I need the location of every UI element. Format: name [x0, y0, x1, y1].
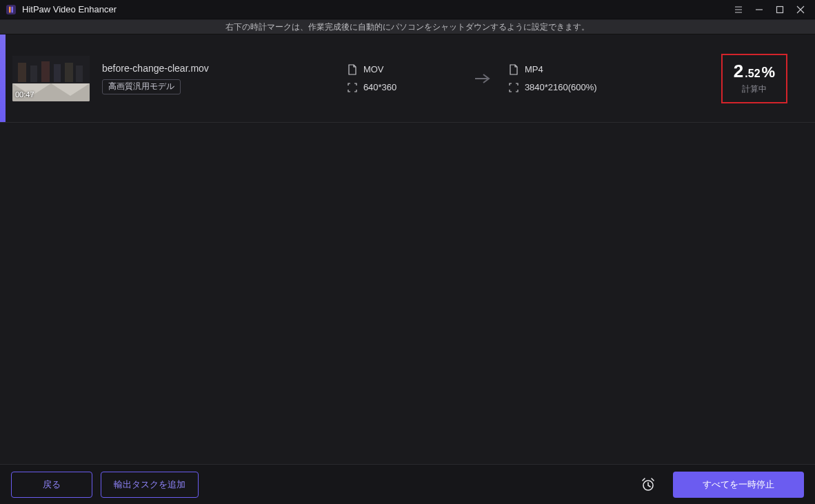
file-icon: [508, 64, 519, 75]
svg-rect-8: [41, 61, 50, 82]
add-export-task-button[interactable]: 輸出タスクを追加: [101, 472, 199, 498]
app-logo: [6, 4, 17, 15]
svg-rect-11: [76, 65, 83, 82]
model-badge: 高画質汎用モデル: [102, 79, 181, 94]
progress-box: 2 .52 % 計算中: [721, 54, 787, 103]
svg-rect-7: [30, 65, 37, 82]
window-controls: [728, 0, 811, 19]
resolution-icon: [508, 82, 519, 93]
task-progress-strip: [0, 34, 6, 122]
source-format-row: MOV: [347, 64, 457, 75]
titlebar: HitPaw Video Enhancer: [0, 0, 815, 19]
info-text: 右下の時計マークは、作業完成後に自動的にパソコンをシャットダウンするように設定で…: [225, 21, 590, 33]
svg-rect-9: [54, 64, 61, 82]
target-spec: MP4 3840*2160(600%): [508, 64, 618, 93]
minimize-icon[interactable]: [749, 0, 769, 19]
thumbnail-duration: 00:47: [15, 90, 34, 99]
maximize-icon[interactable]: [769, 0, 790, 19]
target-resolution-row: 3840*2160(600%): [508, 82, 618, 93]
pause-all-button[interactable]: すべてを一時停止: [673, 472, 804, 498]
arrow-icon: [474, 72, 492, 85]
progress-value: 2 .52 %: [734, 61, 775, 82]
source-resolution: 640*360: [363, 82, 396, 92]
target-resolution: 3840*2160(600%): [525, 82, 597, 92]
target-format-row: MP4: [508, 64, 618, 75]
svg-rect-10: [65, 63, 73, 82]
progress-int: 2: [734, 61, 743, 82]
file-icon: [347, 64, 358, 75]
svg-rect-2: [12, 6, 14, 12]
progress-percent-sign: %: [762, 63, 776, 81]
source-spec: MOV 640*360: [347, 64, 457, 93]
svg-rect-6: [18, 63, 26, 82]
file-column: before-change-clear.mov 高画質汎用モデル: [102, 63, 209, 94]
file-name: before-change-clear.mov: [102, 63, 209, 74]
progress-dec: .52: [745, 68, 760, 80]
svg-rect-0: [6, 5, 16, 14]
svg-rect-1: [9, 6, 11, 12]
source-resolution-row: 640*360: [347, 82, 457, 93]
info-bar: 右下の時計マークは、作業完成後に自動的にパソコンをシャットダウンするように設定で…: [0, 19, 815, 34]
back-button[interactable]: 戻る: [11, 472, 92, 498]
target-format: MP4: [525, 64, 543, 74]
close-icon[interactable]: [790, 0, 811, 19]
task-list: 00:47 before-change-clear.mov 高画質汎用モデル M…: [0, 34, 815, 464]
footer: 戻る 輸出タスクを追加 すべてを一時停止: [0, 464, 815, 504]
progress-status: 計算中: [732, 83, 776, 95]
task-row: 00:47 before-change-clear.mov 高画質汎用モデル M…: [0, 34, 815, 123]
resolution-icon: [347, 82, 358, 93]
alarm-clock-icon[interactable]: [640, 476, 656, 493]
svg-rect-3: [777, 6, 783, 12]
thumbnail-wrap: 00:47: [12, 56, 90, 101]
source-format: MOV: [363, 64, 384, 74]
menu-icon[interactable]: [728, 0, 749, 19]
app-title: HitPaw Video Enhancer: [22, 4, 728, 14]
